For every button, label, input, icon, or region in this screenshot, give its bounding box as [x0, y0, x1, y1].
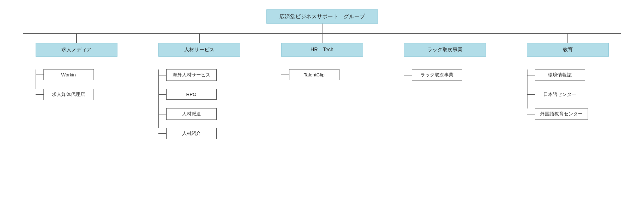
child-node: 人材派遣	[166, 108, 217, 120]
category-header: HR Tech	[281, 43, 363, 57]
child-row: TalentClip	[281, 69, 339, 80]
col-hrtech: HR TechTalentClip	[269, 34, 376, 82]
horizontal-connector	[36, 94, 43, 95]
columns-wrap: 求人メディアWorkin求人媒体代理店人材サービス海外人材サービスRPO人材派遣…	[23, 34, 621, 141]
root-label: 広済堂ビジネスサポート グループ	[279, 14, 365, 19]
horizontal-connector	[36, 75, 43, 75]
horizontal-connector	[158, 94, 166, 95]
org-chart: 広済堂ビジネスサポート グループ 求人メディアWorkin求人媒体代理店人材サー…	[0, 0, 644, 153]
child-node: 日本語センター	[535, 89, 585, 100]
horizontal-line	[23, 33, 621, 34]
child-row: 人材派遣	[158, 108, 217, 120]
child-row: 人材紹介	[158, 128, 217, 139]
horizontal-connector	[404, 75, 412, 75]
child-node: RPO	[166, 89, 217, 100]
horizontal-connector	[281, 75, 289, 75]
col-top-connector	[76, 34, 77, 43]
child-row: 求人媒体代理店	[36, 89, 94, 100]
root-connector	[322, 24, 322, 33]
horizontal-connector	[527, 114, 535, 114]
horizontal-connector	[158, 75, 166, 75]
child-node: 環境情報誌	[535, 69, 585, 81]
col-edu: 教育環境情報誌日本語センター外国語教育センター	[514, 34, 621, 121]
category-header: ラック取次事業	[404, 43, 486, 57]
category-header: 人材サービス	[158, 43, 240, 57]
child-row: 環境情報誌	[527, 69, 585, 81]
child-node: 海外人材サービス	[166, 69, 217, 81]
child-node: 外国語教育センター	[535, 108, 588, 120]
col-rack: ラック取次事業ラック取次事業	[391, 34, 499, 82]
children-container: 環境情報誌日本語センター外国語教育センター	[527, 57, 609, 121]
children-container: TalentClip	[281, 57, 363, 82]
col-top-connector	[322, 34, 322, 43]
child-row: ラック取次事業	[404, 69, 462, 81]
horizontal-connector	[527, 75, 535, 75]
child-row: 海外人材サービス	[158, 69, 217, 81]
horizontal-connector	[158, 133, 166, 134]
category-header: 教育	[527, 43, 609, 57]
child-row: 外国語教育センター	[527, 108, 588, 120]
col-top-connector	[199, 34, 200, 43]
child-node: ラック取次事業	[412, 69, 462, 81]
col-jinzai: 人材サービス海外人材サービスRPO人材派遣人材紹介	[146, 34, 253, 141]
child-node: 求人媒体代理店	[43, 89, 94, 100]
child-row: RPO	[158, 89, 217, 100]
child-node: Workin	[43, 69, 94, 80]
col-top-connector	[445, 34, 445, 43]
child-row: Workin	[36, 69, 94, 80]
children-container: Workin求人媒体代理店	[36, 57, 117, 102]
children-container: ラック取次事業	[404, 57, 486, 82]
child-node: TalentClip	[289, 69, 339, 80]
root-node: 広済堂ビジネスサポート グループ	[266, 9, 378, 24]
child-row: 日本語センター	[527, 89, 585, 100]
col-top-connector	[567, 34, 568, 43]
horizontal-connector	[527, 94, 535, 95]
child-node: 人材紹介	[166, 128, 217, 139]
children-container: 海外人材サービスRPO人材派遣人材紹介	[158, 57, 240, 141]
horizontal-connector	[158, 114, 166, 114]
col-kyujin: 求人メディアWorkin求人媒体代理店	[23, 34, 130, 102]
category-header: 求人メディア	[36, 43, 117, 57]
